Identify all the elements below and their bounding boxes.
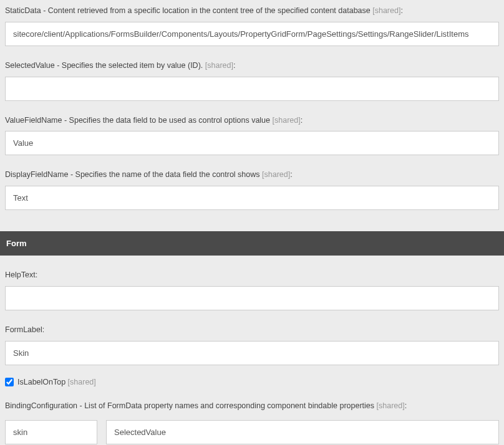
label-colon: :: [301, 116, 303, 125]
valuefieldname-input[interactable]: [5, 131, 499, 155]
shared-tag: [shared]: [205, 61, 233, 70]
binding-key-input[interactable]: [5, 420, 97, 444]
label-desc: - Content retrieved from a specific loca…: [41, 6, 373, 15]
selectedvalue-input[interactable]: [5, 77, 499, 101]
staticdata-input[interactable]: [5, 22, 499, 46]
section-header-form[interactable]: Form: [0, 231, 504, 256]
field-bindingconfiguration: BindingConfiguration - List of FormData …: [0, 395, 504, 421]
label-name: BindingConfiguration: [5, 401, 77, 410]
staticdata-label: StaticData - Content retrieved from a sp…: [5, 2, 499, 17]
field-selectedvalue: SelectedValue - Specifies the selected i…: [0, 55, 504, 110]
field-displayfieldname: DisplayFieldName - Specifies the name of…: [0, 164, 504, 219]
label-name: StaticData: [5, 6, 41, 15]
formlabel-label: FormLabel:: [5, 322, 499, 336]
label-colon: :: [400, 6, 402, 15]
helptext-label: HelpText:: [5, 267, 499, 281]
field-valuefieldname: ValueFieldName - Specifies the data fiel…: [0, 110, 504, 165]
shared-tag: [shared]: [372, 6, 400, 15]
label-colon: :: [405, 401, 407, 410]
label-colon: :: [290, 170, 292, 179]
islabelontop-label: IsLabelOnTop [shared]: [17, 378, 96, 386]
formlabel-input[interactable]: [5, 341, 499, 365]
label-name: ValueFieldName: [5, 116, 62, 125]
shared-tag: [shared]: [262, 170, 290, 179]
label-colon: :: [233, 61, 235, 70]
binding-value-input[interactable]: [106, 420, 499, 444]
field-helptext: HelpText:: [0, 264, 504, 319]
field-formlabel: FormLabel:: [0, 319, 504, 374]
label-desc: - List of FormData property names and co…: [77, 401, 376, 410]
valuefieldname-label: ValueFieldName - Specifies the data fiel…: [5, 112, 499, 127]
field-staticdata: StaticData - Content retrieved from a sp…: [0, 0, 504, 55]
label-desc: - Specifies the selected item by value (…: [55, 61, 205, 70]
bindingconfiguration-label: BindingConfiguration - List of FormData …: [5, 398, 499, 412]
label-name: SelectedValue: [5, 61, 55, 70]
islabelontop-checkbox[interactable]: [5, 378, 14, 386]
displayfieldname-input[interactable]: [5, 186, 499, 210]
shared-tag: [shared]: [377, 401, 405, 410]
helptext-input[interactable]: [5, 286, 499, 310]
displayfieldname-label: DisplayFieldName - Specifies the name of…: [5, 166, 499, 181]
shared-tag: [shared]: [273, 116, 301, 125]
field-islabelontop: IsLabelOnTop [shared]: [0, 374, 504, 395]
label-name: DisplayFieldName: [5, 170, 68, 179]
label-desc: - Specifies the data field to be used as…: [62, 116, 272, 125]
shared-tag: [shared]: [68, 378, 96, 386]
bindingconfiguration-row: [0, 420, 504, 444]
label-desc: - Specifies the name of the data field t…: [68, 170, 262, 179]
label-text: IsLabelOnTop: [17, 378, 68, 386]
selectedvalue-label: SelectedValue - Specifies the selected i…: [5, 57, 499, 72]
